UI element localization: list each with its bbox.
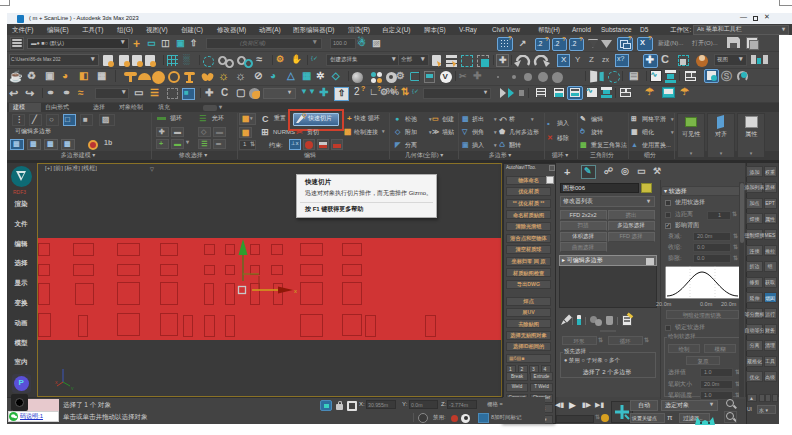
svg-text:x: x (294, 288, 297, 294)
svg-text:y: y (71, 385, 74, 390)
svg-text:x: x (55, 379, 58, 385)
